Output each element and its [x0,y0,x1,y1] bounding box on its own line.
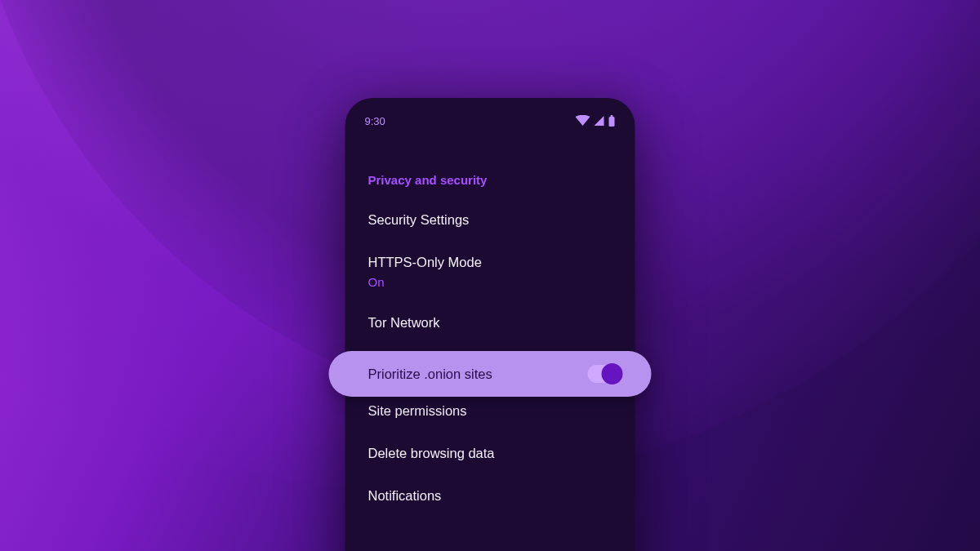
item-label: Prioritize .onion sites [368,365,492,383]
status-time: 9:30 [365,115,385,127]
wifi-icon [576,115,590,127]
section-header-privacy: Privacy and security [345,137,635,198]
toggle-prioritize-onion[interactable] [588,365,621,383]
item-subvalue: On [368,275,482,289]
battery-icon [608,115,616,127]
status-bar: 9:30 [345,104,635,137]
settings-item-delete-browsing-data[interactable]: Delete browsing data [345,432,635,474]
item-label: Security Settings [368,211,470,229]
item-label: Notifications [368,487,442,504]
item-label: Delete browsing data [368,444,495,462]
settings-item-notifications[interactable]: Notifications [345,474,635,517]
item-label: Site permissions [368,402,467,420]
settings-item-prioritize-onion[interactable]: Prioritize .onion sites [329,351,652,397]
svg-rect-0 [609,117,615,127]
item-label: Tor Network [368,313,440,331]
settings-item-tor-network[interactable]: Tor Network [345,301,635,344]
svg-rect-1 [611,115,613,118]
settings-item-https-only[interactable]: HTTPS-Only Mode On [345,241,635,300]
phone-frame: 9:30 Privacy and security Security Setti… [345,98,635,551]
toggle-thumb [602,363,623,384]
settings-item-security[interactable]: Security Settings [345,198,635,241]
status-icons [576,115,616,127]
item-label: HTTPS-Only Mode [368,253,482,271]
cellular-icon [594,115,605,127]
